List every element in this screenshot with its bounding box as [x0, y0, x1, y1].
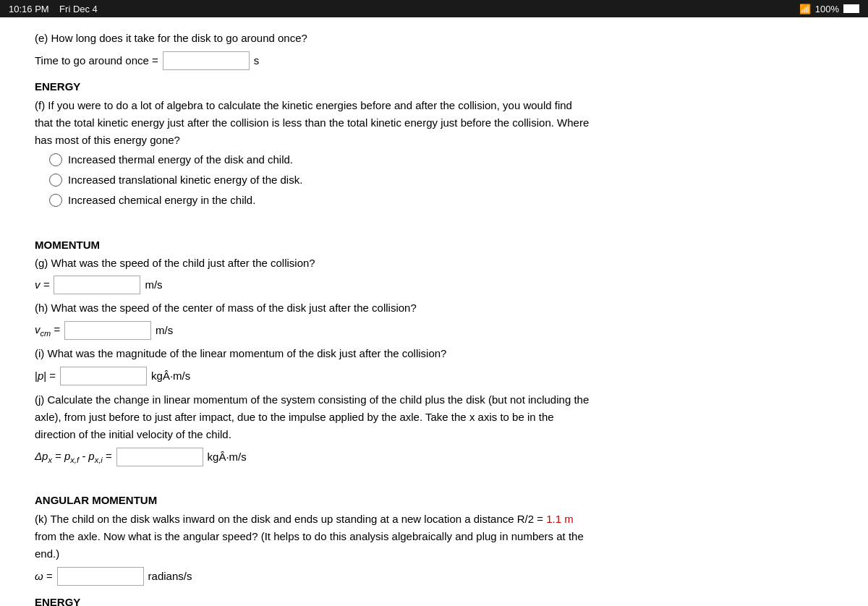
omega-label: ω =	[35, 568, 53, 585]
question-k-line3: end.)	[35, 547, 59, 560]
radio-label-1: Increased thermal energy of the disk and…	[68, 153, 293, 166]
question-i-text: (i) What was the magnitude of the linear…	[35, 347, 446, 359]
question-h: (h) What was the speed of the center of …	[35, 300, 833, 317]
question-i: (i) What was the magnitude of the linear…	[35, 346, 833, 362]
wifi-icon: 📶	[799, 4, 811, 14]
part-e-question: (e) How long does it take for the disk t…	[35, 30, 833, 47]
status-time: 10:16 PM	[9, 4, 49, 14]
question-j: (j) Calculate the change in linear momen…	[35, 391, 833, 443]
momentum-header: MOMENTUM	[35, 239, 833, 251]
part-e-label: Time to go around once =	[35, 52, 158, 69]
question-j-line2: axle), from just before to just after im…	[35, 411, 554, 423]
question-f-line2: that the total kinetic energy just after…	[35, 116, 589, 129]
vcm-sub: cm	[41, 329, 51, 338]
battery-icon	[843, 4, 859, 13]
question-f: (f) If you were to do a lot of algebra t…	[35, 97, 833, 149]
delta-p-input[interactable]	[116, 448, 203, 466]
status-date: Fri Dec 4	[59, 4, 98, 14]
delta-p-unit: kgÂ·m/s	[208, 448, 247, 466]
angular-momentum-header: ANGULAR MOMENTUM	[35, 494, 833, 506]
question-h-text: (h) What was the speed of the center of …	[35, 302, 417, 314]
question-k-line2: from the axle. Now what is the angular s…	[35, 530, 584, 542]
omega-unit: radians/s	[148, 568, 192, 585]
radio-circle-3[interactable]	[49, 194, 62, 207]
p-unit: kgÂ·m/s	[151, 367, 190, 385]
vcm-unit: m/s	[156, 322, 173, 339]
vcm-label: vcm =	[35, 321, 60, 341]
question-j-line3: direction of the initial velocity of the…	[35, 428, 231, 440]
question-j-line1: (j) Calculate the change in linear momen…	[35, 393, 589, 406]
status-right: 📶 100%	[799, 4, 859, 14]
p-input-row: |p| = kgÂ·m/s	[35, 367, 833, 385]
status-bar: 10:16 PM Fri Dec 4 📶 100%	[0, 0, 868, 17]
part-e-text: (e) How long does it take for the disk t…	[35, 32, 307, 44]
energy-header-2: ENERGY	[35, 596, 833, 606]
battery-percent: 100%	[815, 4, 839, 14]
omega-input[interactable]	[57, 567, 144, 586]
question-g: (g) What was the speed of the child just…	[35, 255, 833, 272]
delta-p-label: Δpx = px,f - px,i =	[35, 448, 112, 467]
radio-circle-1[interactable]	[49, 153, 62, 166]
p-input[interactable]	[60, 367, 147, 385]
status-time-date: 10:16 PM Fri Dec 4	[9, 4, 98, 14]
radio-option-3[interactable]: Increased chemical energy in the child.	[35, 194, 833, 207]
question-k: (k) The child on the disk walks inward o…	[35, 511, 833, 563]
p-label: |p| =	[35, 367, 56, 385]
v-unit: m/s	[145, 276, 162, 294]
highlight-value: 1.1 m	[546, 513, 574, 525]
question-k-line1: (k) The child on the disk walks inward o…	[35, 513, 543, 525]
omega-input-row: ω = radians/s	[35, 567, 833, 586]
energy-header: ENERGY	[35, 80, 833, 93]
main-content: (e) How long does it take for the disk t…	[0, 17, 868, 606]
part-e-input-row: Time to go around once = s	[35, 51, 833, 70]
v-label: v =	[35, 276, 49, 294]
v-input[interactable]	[54, 276, 140, 294]
radio-label-2: Increased translational kinetic energy o…	[68, 174, 302, 186]
vcm-input[interactable]	[64, 321, 151, 340]
question-g-text: (g) What was the speed of the child just…	[35, 257, 315, 269]
v-input-row: v = m/s	[35, 276, 833, 294]
radio-option-1[interactable]: Increased thermal energy of the disk and…	[35, 153, 833, 166]
radio-option-2[interactable]: Increased translational kinetic energy o…	[35, 174, 833, 187]
radio-label-3: Increased chemical energy in the child.	[68, 194, 255, 206]
vcm-input-row: vcm = m/s	[35, 321, 833, 341]
question-f-line3: has most of this energy gone?	[35, 134, 180, 146]
radio-circle-2[interactable]	[49, 174, 62, 187]
question-f-line1: (f) If you were to do a lot of algebra t…	[35, 99, 572, 111]
time-input[interactable]	[163, 51, 250, 70]
delta-p-input-row: Δpx = px,f - px,i = kgÂ·m/s	[35, 448, 833, 467]
part-e-unit: s	[254, 52, 260, 69]
